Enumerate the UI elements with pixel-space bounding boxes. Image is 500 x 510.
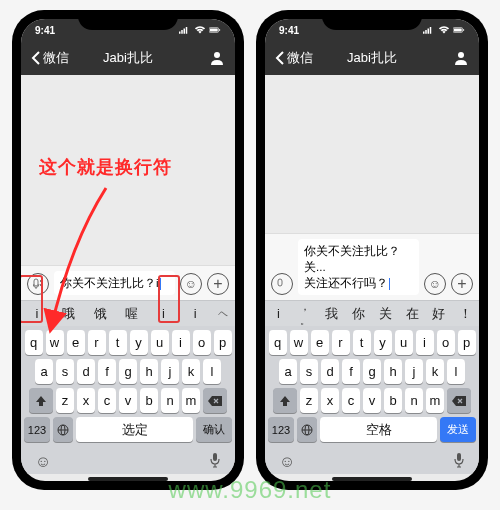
key-k[interactable]: k	[426, 359, 444, 384]
key-shift[interactable]	[273, 388, 297, 413]
key-j[interactable]: j	[161, 359, 179, 384]
profile-icon[interactable]	[453, 50, 469, 66]
candidate[interactable]: i	[265, 306, 292, 321]
key-globe[interactable]	[297, 417, 317, 442]
key-shift[interactable]	[29, 388, 53, 413]
chat-body[interactable]	[265, 75, 479, 233]
key-h[interactable]: h	[140, 359, 158, 384]
key-c[interactable]: c	[98, 388, 116, 413]
key-v[interactable]: v	[119, 388, 137, 413]
key-p[interactable]: p	[458, 330, 476, 355]
svg-rect-20	[463, 29, 464, 31]
key-r[interactable]: r	[332, 330, 350, 355]
candidate-expand[interactable]: ヘ	[211, 307, 235, 321]
key-123[interactable]: 123	[24, 417, 50, 442]
key-w[interactable]: w	[46, 330, 64, 355]
key-b[interactable]: b	[384, 388, 402, 413]
mic-icon[interactable]	[453, 452, 465, 472]
key-z[interactable]: z	[300, 388, 318, 413]
key-d[interactable]: d	[321, 359, 339, 384]
key-e[interactable]: e	[311, 330, 329, 355]
key-s[interactable]: s	[56, 359, 74, 384]
svg-point-8	[40, 280, 42, 282]
emoji-keyboard-icon[interactable]: ☺	[35, 453, 51, 471]
key-u[interactable]: u	[151, 330, 169, 355]
key-x[interactable]: x	[321, 388, 339, 413]
keyboard-toolbar: ☺	[265, 449, 479, 474]
key-r[interactable]: r	[88, 330, 106, 355]
candidate[interactable]: i	[21, 306, 53, 321]
key-123[interactable]: 123	[268, 417, 294, 442]
home-indicator[interactable]	[88, 477, 168, 481]
key-l[interactable]: l	[447, 359, 465, 384]
key-m[interactable]: m	[182, 388, 200, 413]
key-a[interactable]: a	[35, 359, 53, 384]
voice-button[interactable]	[27, 273, 49, 295]
key-z[interactable]: z	[56, 388, 74, 413]
title-bar: 微信 Jabi扎比	[21, 41, 235, 75]
candidate[interactable]: ！	[452, 305, 479, 323]
candidate[interactable]: 好	[426, 305, 453, 323]
key-o[interactable]: o	[437, 330, 455, 355]
key-o[interactable]: o	[193, 330, 211, 355]
key-g[interactable]: g	[363, 359, 381, 384]
back-button[interactable]: 微信	[31, 49, 103, 67]
key-m[interactable]: m	[426, 388, 444, 413]
key-x[interactable]: x	[77, 388, 95, 413]
emoji-button[interactable]: ☺	[424, 273, 446, 295]
key-j[interactable]: j	[405, 359, 423, 384]
key-s[interactable]: s	[300, 359, 318, 384]
mic-icon[interactable]	[209, 452, 221, 472]
key-n[interactable]: n	[405, 388, 423, 413]
key-i[interactable]: i	[416, 330, 434, 355]
key-p[interactable]: p	[214, 330, 232, 355]
key-d[interactable]: d	[77, 359, 95, 384]
key-space[interactable]: 空格	[320, 417, 437, 442]
key-i[interactable]: i	[172, 330, 190, 355]
emoji-keyboard-icon[interactable]: ☺	[279, 453, 295, 471]
key-e[interactable]: e	[67, 330, 85, 355]
candidate-bar: i ， 。 我 你 关 在 好 ！	[265, 300, 479, 326]
key-q[interactable]: q	[269, 330, 287, 355]
candidate[interactable]: 我	[319, 305, 346, 323]
key-g[interactable]: g	[119, 359, 137, 384]
key-t[interactable]: t	[353, 330, 371, 355]
key-u[interactable]: u	[395, 330, 413, 355]
home-indicator[interactable]	[332, 477, 412, 481]
key-backspace[interactable]	[203, 388, 227, 413]
voice-button[interactable]	[271, 273, 293, 295]
key-h[interactable]: h	[384, 359, 402, 384]
back-button[interactable]: 微信	[275, 49, 347, 67]
message-input[interactable]: 你关不关注扎比？ 关... 关注还不行吗？	[298, 239, 419, 295]
key-q[interactable]: q	[25, 330, 43, 355]
candidate[interactable]: 你	[345, 305, 372, 323]
key-send[interactable]: 发送	[440, 417, 476, 442]
key-f[interactable]: f	[342, 359, 360, 384]
key-backspace[interactable]	[447, 388, 471, 413]
chat-body[interactable]: 这个就是换行符	[21, 75, 235, 265]
key-c[interactable]: c	[342, 388, 360, 413]
candidate[interactable]: 在	[399, 305, 426, 323]
plus-button[interactable]: +	[451, 273, 473, 295]
plus-button[interactable]: +	[207, 273, 229, 295]
key-n[interactable]: n	[161, 388, 179, 413]
key-t[interactable]: t	[109, 330, 127, 355]
key-globe[interactable]	[53, 417, 73, 442]
candidate[interactable]: i	[179, 306, 211, 321]
key-y[interactable]: y	[374, 330, 392, 355]
candidate[interactable]: i	[148, 306, 180, 321]
key-a[interactable]: a	[279, 359, 297, 384]
emoji-button[interactable]: ☺	[180, 273, 202, 295]
key-y[interactable]: y	[130, 330, 148, 355]
key-b[interactable]: b	[140, 388, 158, 413]
key-l[interactable]: l	[203, 359, 221, 384]
key-w[interactable]: w	[290, 330, 308, 355]
key-space[interactable]: 选定	[76, 417, 193, 442]
key-f[interactable]: f	[98, 359, 116, 384]
key-return[interactable]: 确认	[196, 417, 232, 442]
profile-icon[interactable]	[209, 50, 225, 66]
candidate[interactable]: ， 。	[292, 300, 319, 328]
key-k[interactable]: k	[182, 359, 200, 384]
key-v[interactable]: v	[363, 388, 381, 413]
candidate[interactable]: 关	[372, 305, 399, 323]
